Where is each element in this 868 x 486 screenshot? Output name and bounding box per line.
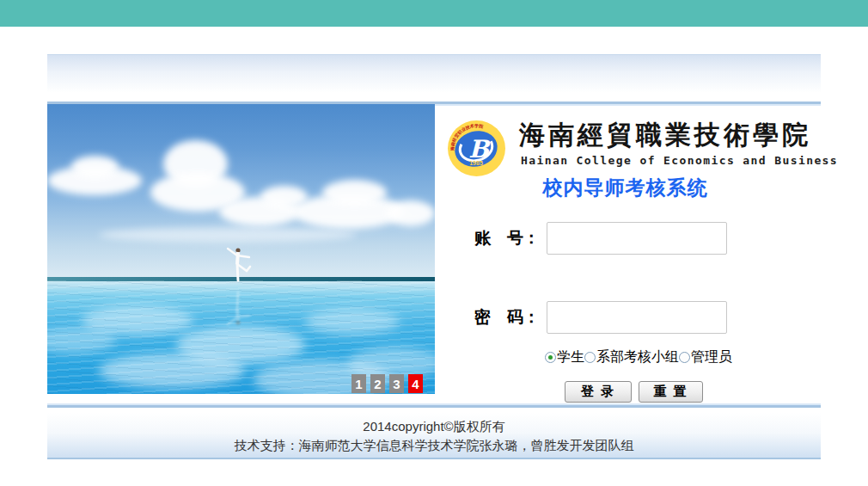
password-input[interactable] — [547, 301, 727, 334]
role-radio-0[interactable]: 学生 — [545, 348, 584, 366]
main-panel: 1234 海南经贸职业技术学院 B 1985 海南經貿職業技術學院 Hainan… — [47, 102, 821, 408]
college-name-zh: 海南經貿職業技術學院 — [519, 118, 820, 156]
footer: 2014copyright©版权所有 技术支持：海南师范大学信息科学技术学院张永… — [47, 413, 821, 459]
role-radio-label: 学生 — [557, 348, 584, 366]
role-radio-1[interactable]: 系部考核小组 — [584, 348, 679, 366]
yoga-figure-icon — [223, 246, 253, 282]
system-title: 校内导师考核系统 — [460, 175, 791, 201]
role-radio-group: 学生系部考核小组管理员 — [545, 348, 732, 366]
radio-icon[interactable] — [679, 352, 690, 363]
password-label: 密 码： — [474, 301, 547, 334]
college-name-en: Hainan College of Economics and Business — [521, 154, 822, 167]
role-radio-label: 系部考核小组 — [596, 348, 679, 366]
carousel-page-2[interactable]: 2 — [370, 374, 385, 393]
radio-icon[interactable] — [545, 352, 556, 363]
carousel-photo: 1234 — [47, 104, 435, 394]
radio-icon[interactable] — [584, 352, 596, 363]
cloud-shape — [71, 156, 119, 178]
reset-button[interactable]: 重 置 — [639, 381, 703, 403]
carousel-page-3[interactable]: 3 — [389, 374, 404, 393]
login-button[interactable]: 登 录 — [565, 381, 632, 403]
cloud-shape — [322, 180, 387, 206]
role-radio-label: 管理员 — [691, 348, 732, 366]
footer-support: 技术支持：海南师范大学信息科学技术学院张永璐，曾胜发开发团队组 — [47, 438, 821, 454]
footer-copyright: 2014copyright©版权所有 — [47, 413, 821, 435]
cloud-shape — [387, 200, 435, 226]
yoga-figure-reflection — [223, 282, 253, 327]
carousel-page-1[interactable]: 1 — [351, 374, 366, 393]
role-radio-2[interactable]: 管理员 — [679, 348, 732, 366]
cloud-shape — [99, 227, 357, 243]
logo-year: 1985 — [469, 160, 483, 166]
carousel-pagination: 1234 — [351, 374, 423, 393]
carousel-page-4[interactable]: 4 — [408, 374, 423, 393]
top-teal-bar — [0, 0, 868, 27]
account-input[interactable] — [547, 222, 727, 255]
header-gradient-band — [47, 54, 821, 93]
college-logo: 海南经贸职业技术学院 B 1985 — [447, 120, 506, 177]
account-label: 账 号： — [474, 222, 547, 255]
